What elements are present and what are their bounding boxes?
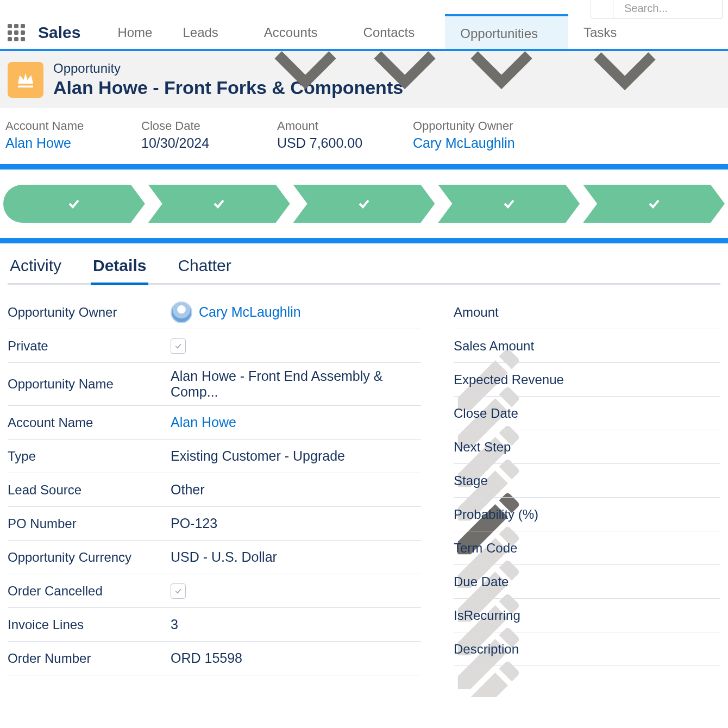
pencil-icon[interactable] [407,483,421,497]
summary-amount-value: USD 7,600.00 [277,135,375,151]
field-invoice-lines: Invoice Lines 3 [8,608,421,642]
field-type: Type Existing Customer - Upgrade [8,440,421,473]
pencil-icon[interactable] [407,618,421,632]
field-stage: Stage [454,464,720,498]
field-amount: Amount [454,296,720,329]
nav-accounts[interactable]: Accounts [249,16,348,49]
pencil-icon[interactable] [407,416,421,430]
summary-account-value[interactable]: Alan Howe [5,135,103,151]
search-input[interactable]: Search... [613,0,722,18]
nav-tasks[interactable]: Tasks [568,16,632,49]
pencil-icon[interactable] [407,651,421,666]
pencil-icon[interactable] [407,517,421,531]
summary-account-label: Account Name [5,119,103,133]
field-term-code: Term Code [454,531,720,565]
field-expected-revenue: Expected Revenue [454,363,720,397]
tab-details[interactable]: Details [91,256,148,285]
field-sales-amount: Sales Amount [454,329,720,363]
divider [0,238,728,243]
pencil-icon[interactable] [407,449,421,463]
field-currency: Opportunity Currency USD - U.S. Dollar [8,541,421,574]
checkbox [171,583,186,599]
field-opportunity-owner: Opportunity Owner Cary McLaughlin [8,296,421,329]
sales-path [0,185,728,223]
field-account-name: Account Name Alan Howe [8,406,421,440]
search-scope[interactable] [591,0,613,18]
nav-contacts[interactable]: Contacts [348,16,445,49]
summary-close-label: Close Date [141,119,239,133]
field-due-date: Due Date [454,565,720,599]
app-launcher-icon[interactable] [5,22,27,43]
field-order-cancelled: Order Cancelled [8,574,421,608]
checkbox [171,338,186,354]
pencil-icon[interactable] [407,584,421,598]
chevron-down-icon[interactable] [420,28,430,37]
summary-owner-label: Opportunity Owner [413,119,515,133]
field-probability: Probability (%) [454,498,720,531]
summary-owner-value[interactable]: Cary McLaughlin [413,135,515,151]
avatar-icon [171,302,192,323]
path-stage[interactable] [438,185,580,223]
tab-activity[interactable]: Activity [8,256,64,283]
field-private: Private [8,329,421,363]
navigation-bar: Sales Home Leads Accounts Contacts Oppor… [0,16,728,51]
field-description: Description [454,632,720,666]
summary-amount-label: Amount [277,119,375,133]
owner-link[interactable]: Cary McLaughlin [199,304,301,320]
chevron-down-icon[interactable] [543,29,553,39]
pencil-icon[interactable] [407,377,421,391]
opportunity-icon [8,62,43,98]
field-close-date: Close Date [454,397,720,430]
path-stage[interactable] [148,185,290,223]
account-link[interactable]: Alan Howe [171,415,407,430]
field-next-step: Next Step [454,430,720,464]
tab-chatter[interactable]: Chatter [175,256,233,283]
path-stage[interactable] [583,185,725,223]
pencil-icon[interactable] [407,550,421,564]
field-po-number: PO Number PO-123 [8,507,421,541]
chevron-down-icon[interactable] [323,28,333,37]
field-lead-source: Lead Source Other [8,473,421,507]
field-isrecurring: IsRecurring [454,599,720,632]
summary-panel: Account Name Alan Howe Close Date 10/30/… [0,108,728,164]
nav-opportunities[interactable]: Opportunities [445,14,568,49]
path-stage[interactable] [293,185,435,223]
pencil-icon[interactable] [407,339,421,353]
nav-home[interactable]: Home [102,16,167,49]
nav-leads[interactable]: Leads [167,16,248,49]
field-opportunity-name: Opportunity Name Alan Howe - Front End A… [8,363,421,406]
path-stage[interactable] [3,185,145,223]
record-tabs: Activity Details Chatter [8,243,720,285]
chevron-down-icon[interactable] [224,28,234,37]
field-order-number: Order Number ORD 15598 [8,642,421,675]
app-name: Sales [38,23,80,42]
divider [0,164,728,170]
summary-close-value: 10/30/2024 [141,135,239,151]
